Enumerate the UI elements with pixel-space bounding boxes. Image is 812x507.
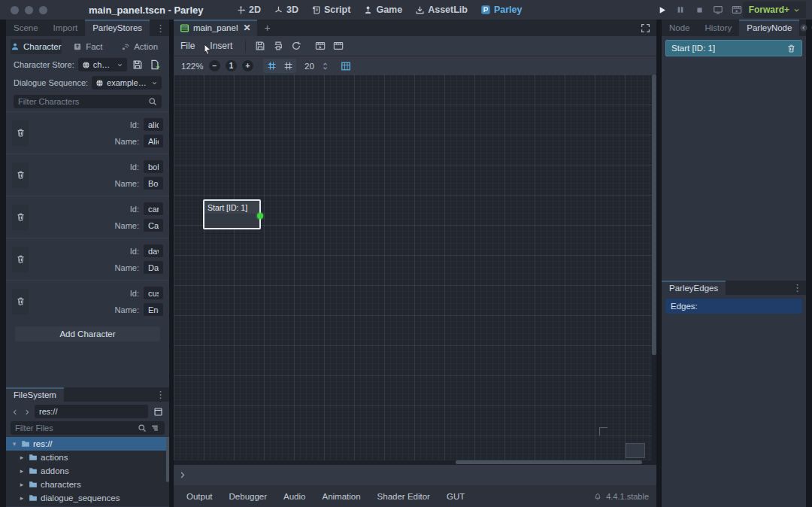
character-name-field[interactable] bbox=[144, 135, 163, 147]
save-store-button[interactable] bbox=[131, 58, 144, 71]
bottom-tab-shader-editor[interactable]: Shader Editor bbox=[369, 492, 438, 501]
menu-file[interactable]: File bbox=[174, 41, 201, 51]
renderer-selector[interactable]: Forward+ bbox=[743, 2, 806, 18]
tab-parley-stores[interactable]: ParleyStores bbox=[85, 20, 150, 36]
zoom-reset-button[interactable]: 1 bbox=[226, 60, 237, 71]
tab-game[interactable]: Game bbox=[363, 5, 402, 15]
bottom-tab-debugger[interactable]: Debugger bbox=[221, 492, 276, 501]
filter-files-input[interactable] bbox=[15, 424, 138, 433]
pause-button[interactable] bbox=[674, 4, 686, 16]
tree-item-addons[interactable]: ▸ addons bbox=[6, 464, 169, 478]
character-name-field[interactable] bbox=[144, 303, 163, 316]
delete-character-button[interactable] bbox=[12, 162, 29, 188]
character-store-select[interactable]: character_st bbox=[78, 58, 127, 71]
bottom-tab-output[interactable]: Output bbox=[178, 492, 221, 501]
character-name-field[interactable] bbox=[144, 219, 163, 232]
vertical-scrollbar[interactable] bbox=[652, 74, 656, 464]
chevron-right-icon[interactable]: ▸ bbox=[18, 467, 26, 475]
tab-main-panel[interactable]: main_panel ✕ bbox=[174, 20, 257, 36]
tab-action[interactable]: Action bbox=[114, 39, 165, 54]
dialogue-sequence-select[interactable]: example.ds bbox=[92, 76, 162, 90]
tab-import[interactable]: Import bbox=[46, 20, 86, 36]
dialogue-graph-canvas[interactable]: Start [ID: 1] bbox=[174, 74, 652, 464]
graph-minimap[interactable] bbox=[626, 443, 645, 458]
tree-item-characters[interactable]: ▸ characters bbox=[6, 478, 169, 491]
maximize-window-button[interactable] bbox=[39, 6, 47, 14]
tree-item-dialogue-sequences[interactable]: ▸ dialogue_sequences bbox=[6, 491, 169, 505]
prev-tab-icon[interactable] bbox=[799, 23, 808, 32]
stop-button[interactable] bbox=[693, 4, 705, 16]
tab-script[interactable]: Script bbox=[311, 5, 350, 15]
tab-3d[interactable]: 3D bbox=[274, 5, 298, 15]
play-button[interactable] bbox=[656, 4, 668, 16]
play-scene-button[interactable] bbox=[731, 4, 743, 16]
save-dialogue-button[interactable] bbox=[252, 38, 268, 53]
test-dialogue-from-start-button[interactable] bbox=[330, 38, 347, 53]
split-filesystem-button[interactable] bbox=[151, 405, 165, 418]
tab-parley-node[interactable]: ParleyNode bbox=[739, 20, 799, 36]
delete-character-button[interactable] bbox=[12, 247, 29, 272]
snap-grid-toggle[interactable] bbox=[263, 59, 280, 73]
tab-scene[interactable]: Scene bbox=[6, 20, 46, 36]
character-id-field[interactable] bbox=[144, 202, 163, 215]
tree-item-res-root[interactable]: ▾ res:// bbox=[6, 437, 169, 451]
output-port[interactable] bbox=[257, 213, 263, 219]
chevron-right-icon[interactable]: ▸ bbox=[18, 454, 26, 461]
new-tab-button[interactable]: + bbox=[257, 20, 278, 36]
dock-menu-icon[interactable]: ⋮ bbox=[789, 282, 806, 293]
bottom-tab-gut[interactable]: GUT bbox=[438, 492, 473, 501]
dock-menu-icon[interactable]: ⋮ bbox=[152, 23, 169, 34]
scrollbar-thumb[interactable] bbox=[652, 74, 656, 355]
selected-node-header[interactable]: Start [ID: 1] bbox=[665, 40, 802, 56]
character-id-field[interactable] bbox=[144, 287, 163, 299]
bell-icon[interactable] bbox=[593, 492, 602, 501]
chevron-right-icon[interactable]: ▸ bbox=[18, 494, 26, 502]
grid-size-spinner[interactable] bbox=[321, 61, 329, 71]
graph-node-title[interactable]: Start [ID: 1] bbox=[205, 201, 259, 214]
minimap-toggle[interactable] bbox=[338, 59, 354, 73]
character-id-field[interactable] bbox=[144, 160, 163, 173]
print-button[interactable] bbox=[270, 38, 286, 53]
remote-debug-button[interactable] bbox=[712, 4, 724, 16]
bottom-tab-audio[interactable]: Audio bbox=[275, 492, 314, 501]
expand-editor-button[interactable] bbox=[635, 23, 656, 33]
add-character-button[interactable]: Add Character bbox=[15, 326, 160, 342]
tab-fact[interactable]: Fact bbox=[63, 39, 114, 54]
chevron-right-icon[interactable]: ▸ bbox=[18, 481, 26, 488]
chevron-down-icon[interactable]: ▾ bbox=[11, 440, 18, 448]
path-input[interactable] bbox=[39, 407, 144, 416]
tab-character[interactable]: Character bbox=[11, 39, 62, 54]
tree-scrollbar[interactable] bbox=[166, 437, 169, 482]
nav-back-button[interactable] bbox=[11, 406, 20, 417]
tab-2d[interactable]: 2D bbox=[236, 5, 261, 15]
tab-node[interactable]: Node bbox=[662, 20, 698, 36]
delete-character-button[interactable] bbox=[12, 205, 29, 230]
bottom-tab-animation[interactable]: Animation bbox=[314, 492, 368, 501]
tab-filesystem[interactable]: FileSystem bbox=[6, 387, 64, 402]
graph-node-start[interactable]: Start [ID: 1] bbox=[203, 199, 261, 229]
nav-forward-button[interactable] bbox=[23, 406, 32, 417]
delete-character-button[interactable] bbox=[12, 120, 29, 146]
tab-history[interactable]: History bbox=[698, 20, 740, 36]
character-id-field[interactable] bbox=[144, 118, 163, 131]
zoom-in-button[interactable]: + bbox=[242, 60, 253, 71]
sort-files-button[interactable] bbox=[150, 423, 160, 433]
delete-character-button[interactable] bbox=[12, 289, 29, 314]
grid-size-value[interactable]: 20 bbox=[304, 62, 314, 71]
new-store-button[interactable] bbox=[148, 58, 162, 71]
zoom-out-button[interactable]: − bbox=[209, 60, 220, 71]
tree-item-actions[interactable]: ▸ actions bbox=[6, 451, 169, 464]
bottom-panel-expander[interactable] bbox=[174, 464, 656, 485]
character-id-field[interactable] bbox=[144, 244, 163, 257]
filter-characters-input[interactable] bbox=[18, 97, 148, 106]
close-window-button[interactable] bbox=[11, 6, 19, 14]
character-name-field[interactable] bbox=[144, 261, 163, 274]
tab-assetlib[interactable]: AssetLib bbox=[415, 5, 468, 15]
close-tab-icon[interactable]: ✕ bbox=[243, 23, 250, 33]
tab-parley-edges[interactable]: ParleyEdges bbox=[662, 281, 726, 295]
minimize-window-button[interactable] bbox=[25, 6, 33, 14]
character-name-field[interactable] bbox=[144, 177, 163, 190]
reset-view-button[interactable] bbox=[288, 38, 304, 53]
delete-node-button[interactable] bbox=[786, 44, 796, 53]
grid-toggle[interactable] bbox=[280, 59, 296, 73]
